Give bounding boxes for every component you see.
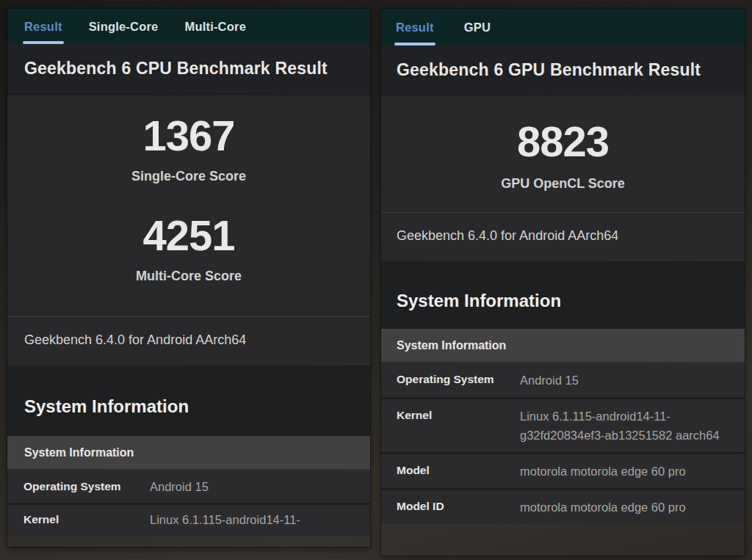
gpu-score-section: 8823 GPU OpenCL Score Geekbench 6.4.0 fo…	[381, 96, 745, 258]
tab-multi-core-label: Multi-Core	[184, 20, 246, 34]
table-row-operating-system: Operating System Android 15	[381, 363, 745, 397]
table-row-kernel: Kernel Linux 6.1.115-android14-11-	[7, 505, 370, 536]
row-label: Model	[397, 462, 520, 481]
gpu-system-information-table: Operating System Android 15 Kernel Linux…	[381, 363, 745, 524]
tab-result-label: Result	[24, 20, 62, 34]
gpu-result-card: Result GPU Geekbench 6 GPU Benchmark Res…	[381, 9, 745, 556]
tab-single-core[interactable]: Single-Core	[89, 9, 159, 44]
gpu-system-information-subheader: System Information	[381, 329, 745, 362]
tab-result[interactable]: Result	[24, 9, 62, 44]
row-value: motorola motorola edge 60 pro	[520, 498, 729, 517]
table-row-kernel: Kernel Linux 6.1.115-android14-11-g32fd2…	[381, 399, 745, 452]
gpu-opencl-score-label: GPU OpenCL Score	[381, 175, 745, 192]
row-value: Android 15	[520, 371, 729, 390]
gpu-system-information-heading: System Information	[381, 261, 745, 329]
tab-result[interactable]: Result	[396, 9, 434, 46]
cpu-system-information-subheader: System Information	[7, 436, 370, 469]
gpu-opencl-score-value: 8823	[381, 120, 745, 164]
row-label: Model ID	[397, 498, 520, 517]
row-value: motorola motorola edge 60 pro	[520, 462, 729, 481]
tab-gpu-label: GPU	[464, 21, 491, 34]
multi-core-score-label: Multi-Core Score	[7, 268, 370, 284]
row-label: Operating System	[397, 371, 520, 390]
table-row-operating-system: Operating System Android 15	[7, 470, 370, 503]
multi-core-score-value: 4251	[7, 214, 370, 258]
tab-gpu[interactable]: GPU	[464, 9, 491, 46]
cpu-tabbar: Result Single-Core Multi-Core	[7, 9, 370, 44]
row-value: Linux 6.1.115-android14-11-	[150, 511, 354, 528]
row-label: Kernel	[397, 407, 520, 445]
cpu-result-card: Result Single-Core Multi-Core Geekbench …	[7, 9, 370, 547]
active-tab-underline	[23, 41, 64, 44]
row-label: Operating System	[24, 478, 150, 495]
cpu-system-information-table: Operating System Android 15 Kernel Linux…	[7, 470, 370, 536]
row-value: Linux 6.1.115-android14-11-g32fd20834ef3…	[520, 407, 729, 445]
single-core-score-value: 1367	[7, 114, 370, 158]
tab-result-label: Result	[396, 21, 434, 34]
gpu-tabbar: Result GPU	[381, 9, 745, 46]
gpu-build-info: Geekbench 6.4.0 for Android AArch64	[381, 213, 745, 258]
table-row-model-id: Model ID motorola motorola edge 60 pro	[381, 490, 745, 524]
cpu-result-title: Geekbench 6 CPU Benchmark Result	[7, 44, 370, 93]
cpu-system-information-heading: System Information	[7, 366, 370, 436]
gpu-result-title: Geekbench 6 GPU Benchmark Result	[381, 46, 745, 94]
row-label: Kernel	[24, 511, 150, 528]
row-value: Android 15	[150, 478, 354, 495]
cpu-score-section: 1367 Single-Core Score 4251 Multi-Core S…	[7, 95, 370, 363]
table-row-model: Model motorola motorola edge 60 pro	[381, 454, 745, 488]
cpu-build-info: Geekbench 6.4.0 for Android AArch64	[7, 317, 370, 363]
active-tab-underline	[394, 43, 435, 46]
tab-multi-core[interactable]: Multi-Core	[184, 9, 246, 44]
tab-single-core-label: Single-Core	[89, 20, 159, 34]
single-core-score-label: Single-Core Score	[7, 168, 370, 184]
